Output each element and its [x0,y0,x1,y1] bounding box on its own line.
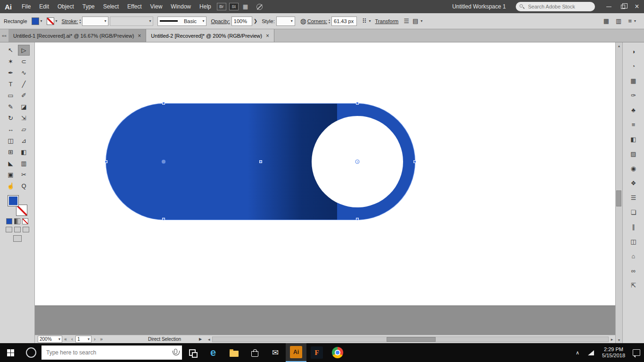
selection-handle[interactable] [356,218,359,221]
gradient-panel-icon[interactable]: ◧ [628,134,639,144]
selection-tool[interactable]: ↖ [5,45,17,56]
layers-panel-icon[interactable]: ☰ [628,192,639,203]
horizontal-scroll-track[interactable] [212,337,609,342]
recolor-artwork-icon[interactable]: ◍ [300,17,306,25]
mesh-tool[interactable]: ⊞ [5,147,17,157]
eyedropper-tool[interactable]: ◣ [5,158,17,169]
corners-label[interactable]: Corners: [307,18,327,24]
mail-button[interactable]: ✉ [265,343,286,362]
taskbar-search[interactable] [41,346,182,360]
brushes-panel-icon[interactable]: ✑ [628,90,639,100]
gpu-performance-button[interactable] [256,4,263,10]
menu-effect[interactable]: Effect [123,3,146,10]
pathfinder-panel-icon[interactable]: ◫ [628,236,639,247]
selection-handle[interactable] [162,102,165,105]
gradient-button[interactable] [14,218,20,224]
pencil-tool[interactable]: ✎ [5,101,17,112]
transparency-panel-icon[interactable]: ▨ [628,148,639,159]
bridge-button[interactable]: Br [217,3,226,10]
panel-dock-icon[interactable]: ▥ [616,17,621,25]
cortana-button[interactable] [21,343,41,362]
shape-builder-tool[interactable]: ◫ [5,135,17,146]
stroke-weight-stepper[interactable]: ▴ ▾ [79,18,81,24]
fill-swatch[interactable] [32,17,39,25]
stock-button[interactable]: St [229,3,239,10]
last-artboard-button[interactable]: » [98,337,105,342]
control-panel-menu-button[interactable]: ≡ ▾ [627,17,636,25]
tab-untitled-1[interactable]: Untitled-1 [Recovered].ai* @ 16.67% (RGB… [8,29,146,42]
workspace-switcher[interactable]: Untitled Workspace 1 ▾ [452,3,510,10]
selection-handle[interactable] [413,160,416,163]
taskbar-clock[interactable]: 2:29 PM 5/15/2018 [598,346,629,359]
gradient-tool[interactable]: ◧ [18,147,30,157]
menu-select[interactable]: Select [99,3,123,10]
style-dropdown[interactable]: ▾ [276,16,295,26]
corners-field[interactable]: 61.43 px [331,16,357,26]
stroke-color-dropdown[interactable]: ▾ [47,17,58,25]
fill-color-well[interactable] [8,195,19,206]
scroll-up-icon[interactable]: ▴ [618,42,620,49]
chrome-button[interactable] [327,343,348,362]
libraries-panel-icon[interactable]: ⌂ [628,251,639,261]
tray-expand-icon[interactable]: ∧ [572,343,583,362]
horizontal-scroll-thumb[interactable] [387,337,436,342]
microphone-icon[interactable] [174,349,177,354]
selection-handle[interactable] [162,218,165,221]
transform-label[interactable]: Transform [375,18,399,24]
free-transform-tool[interactable]: ▱ [18,124,30,135]
pen-tool[interactable]: ✒ [5,67,17,78]
color-button[interactable] [6,218,12,224]
direct-selection-tool[interactable]: ▷ [18,45,30,56]
align-options-button[interactable]: ☰ ▤ ▾ [403,17,422,25]
type-tool[interactable]: T [5,79,17,90]
store-button[interactable] [244,343,265,362]
close-button[interactable]: × [630,0,644,13]
brush-definition-dropdown[interactable]: ▾ [110,16,153,26]
center-anchor-point[interactable] [162,160,166,164]
menu-help[interactable]: Help [195,3,215,10]
opacity-label[interactable]: Opacity: [211,18,230,24]
zoom-level-dropdown[interactable]: 200% ▾ [38,336,62,343]
curvature-tool[interactable]: ∿ [18,67,30,78]
stock-search-input[interactable] [516,2,595,11]
file-explorer-button[interactable] [223,343,244,362]
none-button[interactable] [22,218,28,224]
screen-mode-button[interactable] [13,235,22,242]
workspace-grid-icon[interactable]: ▦ [603,17,609,25]
arrange-documents-button[interactable]: ▦ ▾ [243,3,251,10]
line-segment-tool[interactable]: ╱ [18,79,30,90]
color-panel-icon[interactable]: ◑ [628,46,639,57]
corners-stepper[interactable]: ▴ ▾ [329,18,330,24]
paintbrush-tool[interactable]: ✐ [18,90,30,101]
draw-normal-button[interactable] [6,227,12,232]
zoom-tool[interactable]: Q [18,181,30,191]
align-panel-icon[interactable]: ∥ [628,222,639,232]
start-button[interactable] [0,343,21,362]
stroke-profile-dropdown[interactable]: Basic ▾ [157,16,206,26]
magic-wand-tool[interactable]: ✶ [5,56,17,67]
appearance-panel-icon[interactable]: ◉ [628,163,639,173]
status-flyout-icon[interactable]: ▶ [199,337,202,341]
slice-tool[interactable]: ✂ [18,169,30,180]
minimize-button[interactable] [602,0,616,13]
hand-tool[interactable]: ☝ [5,181,17,191]
opacity-flyout-icon[interactable]: ❯ [254,18,257,24]
scroll-left-icon[interactable]: ◂ [206,337,212,342]
restore-button[interactable] [616,0,630,13]
selection-handle[interactable] [356,102,359,105]
vertical-scrollbar[interactable]: ▴ ▾ [615,42,622,343]
fill-color-dropdown[interactable]: ▾ [32,17,42,25]
menu-type[interactable]: Type [78,3,99,10]
asset-export-panel-icon[interactable]: ⇱ [628,280,639,290]
menu-window[interactable]: Window [166,3,195,10]
action-center-button[interactable] [631,343,642,362]
network-icon[interactable] [585,343,596,362]
stepper-down-icon[interactable]: ▾ [79,21,81,24]
canvas[interactable] [35,42,615,305]
menu-file[interactable]: File [17,3,35,10]
horizontal-scrollbar[interactable]: ◂ ▸ [206,335,615,343]
color-guide-panel-icon[interactable]: ◔ [628,61,639,71]
previous-artboard-button[interactable]: ‹ [69,337,75,342]
artboard-tool[interactable]: ▣ [5,169,17,180]
tab-close-button[interactable]: × [266,33,269,39]
